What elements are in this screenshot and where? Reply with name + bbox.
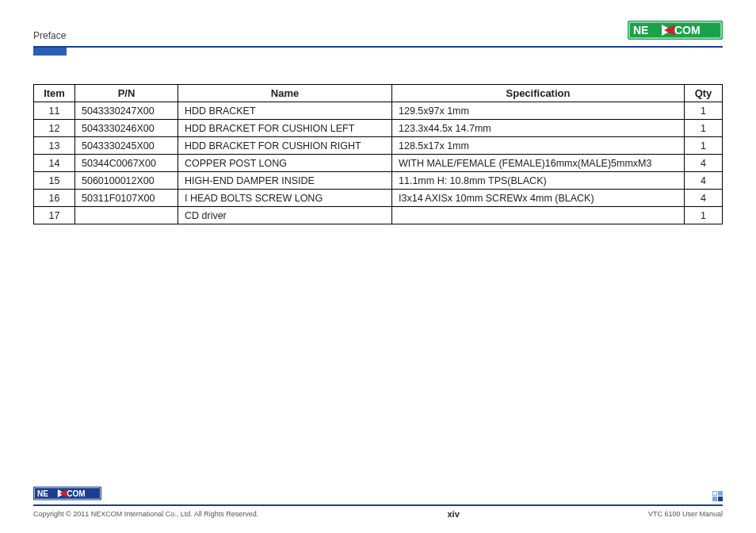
cell-pn: 5043330247X00 (75, 102, 178, 120)
page-number: xiv (447, 509, 459, 519)
cell-qty: 4 (685, 190, 723, 207)
cell-name: HDD BRACKET FOR CUSHION LEFT (178, 120, 392, 137)
cell-spec: I3x14 AXISx 10mm SCREWx 4mm (BLACK) (392, 190, 685, 207)
cell-spec: WITH MALE/FEMALE (FEMALE)16mmx(MALE)5mmx… (392, 155, 685, 172)
cell-qty: 1 (685, 102, 723, 120)
footer-divider (33, 504, 723, 506)
parts-table-body: 115043330247X00HDD BRACKET129.5x97x 1mm1… (34, 102, 723, 224)
page-footer: NE COM Copyright © 2011 NEXCOM Internati… (33, 485, 723, 519)
table-header-row: Item P/N Name Specification Qty (34, 85, 723, 102)
svg-text:COM: COM (67, 489, 85, 498)
cell-item: 17 (34, 207, 75, 224)
cell-item: 16 (34, 190, 75, 207)
parts-table: Item P/N Name Specification Qty 11504333… (33, 84, 723, 224)
header-divider (33, 46, 723, 48)
svg-text:NE: NE (37, 489, 48, 498)
cell-spec: 129.5x97x 1mm (392, 102, 685, 120)
cell-item: 14 (34, 155, 75, 172)
cell-item: 15 (34, 172, 75, 190)
header-tab-stub (33, 48, 67, 56)
nexcom-logo-top: NE COM (628, 19, 723, 41)
cell-name: HDD BRACKET FOR CUSHION RIGHT (178, 137, 392, 155)
table-row: 1650311F0107X00I HEAD BOLTS SCREW LONGI3… (34, 190, 723, 207)
cell-spec: 123.3x44.5x 14.7mm (392, 120, 685, 137)
cell-pn: 50344C0067X00 (75, 155, 178, 172)
col-header-qty: Qty (685, 85, 723, 102)
table-row: 17CD driver1 (34, 207, 723, 224)
cell-item: 12 (34, 120, 75, 137)
cell-name: I HEAD BOLTS SCREW LONG (178, 190, 392, 207)
cell-qty: 1 (685, 120, 723, 137)
svg-text:NE: NE (633, 24, 648, 36)
col-header-spec: Specification (392, 85, 685, 102)
col-header-name: Name (178, 85, 392, 102)
cell-name: CD driver (178, 207, 392, 224)
cell-item: 13 (34, 137, 75, 155)
cell-spec: 11.1mm H: 10.8mm TPS(BLACK) (392, 172, 685, 190)
table-row: 125043330246X00HDD BRACKET FOR CUSHION L… (34, 120, 723, 137)
table-row: 155060100012X00HIGH-END DAMPER INSIDE11.… (34, 172, 723, 190)
cell-spec (392, 207, 685, 224)
cell-name: HDD BRACKET (178, 102, 392, 120)
page-header: Preface NE COM (33, 19, 723, 41)
cell-pn (75, 207, 178, 224)
cell-pn: 5043330246X00 (75, 120, 178, 137)
copyright-text: Copyright © 2011 NEXCOM International Co… (33, 510, 258, 518)
cell-name: COPPER POST LONG (178, 155, 392, 172)
doc-title: VTC 6100 User Manual (648, 510, 723, 518)
cell-qty: 4 (685, 172, 723, 190)
nexcom-logo-bottom: NE COM (33, 485, 101, 501)
cell-spec: 128.5x17x 1mm (392, 137, 685, 155)
cell-qty: 1 (685, 137, 723, 155)
cell-pn: 5060100012X00 (75, 172, 178, 190)
col-header-pn: P/N (75, 85, 178, 102)
cell-qty: 1 (685, 207, 723, 224)
col-header-item: Item (34, 85, 75, 102)
cell-pn: 50311F0107X00 (75, 190, 178, 207)
footer-ornament-icon (712, 491, 723, 501)
cell-name: HIGH-END DAMPER INSIDE (178, 172, 392, 190)
section-label: Preface (33, 30, 66, 41)
cell-qty: 4 (685, 155, 723, 172)
table-row: 1450344C0067X00COPPER POST LONGWITH MALE… (34, 155, 723, 172)
table-row: 135043330245X00HDD BRACKET FOR CUSHION R… (34, 137, 723, 155)
cell-item: 11 (34, 102, 75, 120)
cell-pn: 5043330245X00 (75, 137, 178, 155)
svg-text:COM: COM (674, 24, 701, 36)
table-row: 115043330247X00HDD BRACKET129.5x97x 1mm1 (34, 102, 723, 120)
